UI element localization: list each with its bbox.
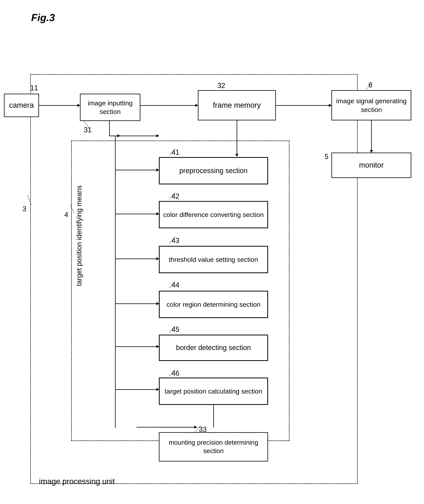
color-region-box: color region determining section <box>159 291 268 318</box>
arrow-to-colordiff <box>115 214 159 214</box>
svg-line-10 <box>367 83 372 89</box>
arrow-to-border <box>115 346 159 347</box>
color-diff-box: color difference converting section <box>159 201 268 228</box>
arrow-to-preprocessing <box>115 170 159 170</box>
svg-line-3 <box>170 148 175 155</box>
svg-line-7 <box>170 325 175 332</box>
ref-32: 32 <box>217 82 225 90</box>
svg-line-9 <box>195 425 201 432</box>
frame-memory-box: frame memory <box>198 90 276 120</box>
ref43-line <box>170 236 181 246</box>
preprocessing-box: preprocessing section <box>159 157 268 184</box>
threshold-box: threshold value setting section <box>159 246 268 273</box>
ref46-line <box>170 368 181 379</box>
ref-11: 11 <box>30 84 38 92</box>
arrow-to-targetpos <box>115 389 159 390</box>
ref31-line <box>84 121 95 131</box>
image-signal-box: image signal generating section <box>331 90 411 120</box>
vert-backbone <box>115 156 116 428</box>
arrow-camera-to-inputting <box>39 105 80 106</box>
ref33-line <box>195 424 207 435</box>
svg-line-1 <box>70 205 74 213</box>
outer-label: image processing unit <box>39 477 115 486</box>
ref41-line <box>170 147 181 158</box>
svg-line-0 <box>27 195 31 205</box>
arrow-to-threshold <box>115 259 159 259</box>
border-box: border detecting section <box>159 335 268 361</box>
arrow-to-mounting-horiz <box>137 427 197 427</box>
ref-5: 5 <box>324 153 329 161</box>
svg-line-4 <box>170 192 175 199</box>
target-pos-box: target position calculating section <box>159 377 268 405</box>
arrow-to-mounting-vert <box>213 405 214 427</box>
arrow-to-colorregion <box>115 303 159 304</box>
mounting-box: mounting precision determining section <box>159 432 268 461</box>
camera-box: camera <box>4 94 39 117</box>
arrow-signal-to-monitor <box>371 120 372 153</box>
svg-line-2 <box>84 121 90 129</box>
ref3-line <box>19 195 35 211</box>
arrow-down-to-backbone <box>115 136 116 157</box>
ref4-line <box>64 205 80 221</box>
svg-line-8 <box>170 369 175 376</box>
svg-line-5 <box>170 236 175 243</box>
monitor-box: monitor <box>331 153 411 178</box>
arrow-inputting-to-memory <box>140 105 198 106</box>
arrow-inputting-vert <box>109 121 110 136</box>
ref45-line <box>170 325 181 335</box>
arrow-memory-to-signal <box>276 105 331 106</box>
svg-line-6 <box>170 281 175 288</box>
ref42-line <box>170 191 181 202</box>
image-inputting-box: image inputting section <box>80 94 140 121</box>
ref6-line <box>367 82 378 92</box>
ref44-line <box>170 280 181 291</box>
figure-title: Fig.3 <box>31 12 55 23</box>
inner-label: target position identifying means <box>75 185 83 286</box>
arrow-inputting-to-inner <box>109 136 159 136</box>
